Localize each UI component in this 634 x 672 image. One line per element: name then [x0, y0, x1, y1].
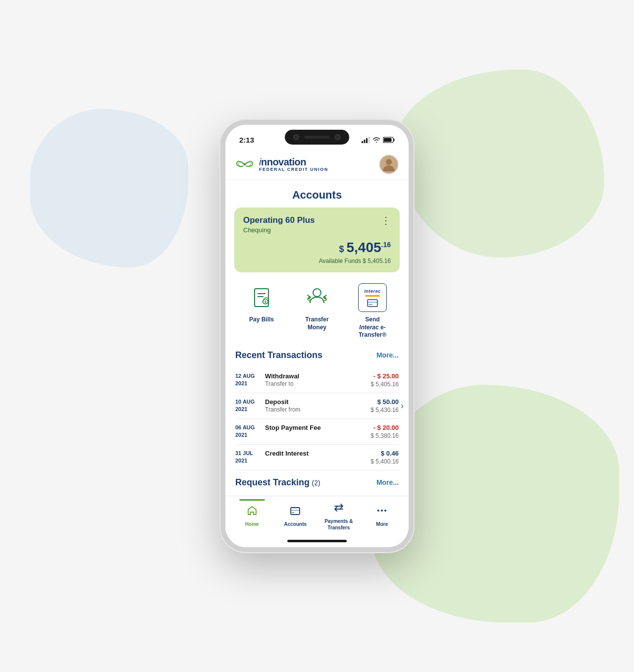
svg-rect-6: [384, 138, 392, 142]
date-line2: 2021: [235, 380, 261, 387]
nav-more[interactable]: More: [361, 503, 404, 529]
transfers-icon: [333, 502, 344, 516]
background-blob-green-top: [396, 69, 604, 258]
transaction-desc: Withdrawal Transfer to: [261, 372, 370, 387]
transactions-more[interactable]: More...: [376, 351, 399, 359]
svg-point-15: [313, 289, 321, 297]
request-tracking-more[interactable]: More...: [376, 478, 399, 486]
home-indicator: [225, 536, 409, 547]
account-card-wrapper: Operating 60 Plus Chequing ⋮ $ 5,405.16 …: [225, 207, 409, 272]
transactions-title: Recent Transactions: [235, 350, 322, 361]
quick-actions: $ Pay Bills $ $: [225, 272, 409, 344]
date-line2: 2021: [235, 431, 261, 439]
date-line1: 10 AUG: [235, 398, 261, 406]
status-time: 2:13: [239, 136, 254, 144]
transaction-date: 06 AUG 2021: [235, 424, 261, 439]
interac-box: Interac: [358, 283, 387, 312]
account-available: Available Funds $ 5,405.16: [243, 258, 391, 264]
svg-point-25: [381, 510, 383, 512]
home-bar: [287, 540, 347, 542]
phone-frame: 2:13: [220, 120, 414, 552]
transaction-amounts: $ 50.00 $ 5,430.16: [370, 398, 399, 414]
transaction-balance: $ 5,430.16: [370, 407, 399, 414]
transaction-balance: $ 5,400.16: [370, 458, 399, 465]
transaction-amount: $ 0.46: [370, 450, 399, 457]
account-name: Operating 60 Plus: [243, 215, 315, 225]
speaker: [304, 136, 330, 139]
nav-payments-transfers[interactable]: Payments & Transfers: [317, 500, 361, 533]
svg-rect-5: [394, 139, 395, 141]
account-type: Chequing: [243, 226, 315, 234]
request-tracking-section: Request Tracking (2) More...: [225, 470, 409, 488]
transaction-balance: $ 5,405.16: [370, 381, 399, 388]
wifi-icon: [372, 137, 380, 143]
account-card-arrow[interactable]: ›: [410, 234, 414, 246]
header-logo: innovation FEDERAL CREDIT UNION: [235, 156, 328, 172]
transfer-money-icon: $ $: [303, 283, 331, 312]
transaction-amounts: - $ 20.00 $ 5,380.16: [370, 424, 399, 439]
svg-rect-19: [368, 302, 377, 303]
svg-rect-2: [366, 138, 368, 143]
transaction-title: Withdrawal: [265, 372, 367, 380]
nav-home[interactable]: Home: [230, 503, 274, 529]
avatar-image: [380, 155, 398, 173]
etransfer-label: SendInterac e-Transfer®: [353, 316, 392, 339]
sensor: [335, 134, 341, 140]
more-icon: [376, 505, 387, 519]
svg-rect-1: [364, 140, 366, 143]
phone-notch: [285, 130, 349, 145]
camera: [293, 134, 299, 140]
app-header: innovation FEDERAL CREDIT UNION: [225, 149, 409, 180]
table-row: 31 JUL 2021 Credit Interest $ 0.46 $ 5,4…: [235, 445, 399, 470]
transaction-date: 10 AUG 2021: [235, 398, 261, 414]
interac-bar: [365, 295, 380, 297]
svg-rect-0: [362, 141, 363, 143]
date-line2: 2021: [235, 406, 261, 413]
account-balance-section: $ 5,405.16 Available Funds $ 5,405.16: [243, 240, 391, 264]
transaction-title: Stop Payment Fee: [265, 424, 367, 431]
phone-device: 2:13: [220, 120, 414, 552]
nav-home-label: Home: [245, 521, 259, 527]
pay-bills-icon: $: [247, 283, 276, 312]
transaction-amount: $ 50.00: [370, 398, 399, 406]
request-tracking-header: Request Tracking (2) More...: [235, 477, 399, 488]
pay-bills-action[interactable]: $ Pay Bills: [242, 283, 281, 324]
status-icons: [362, 137, 395, 143]
nav-more-label: More: [376, 521, 388, 527]
account-info: Operating 60 Plus Chequing: [243, 215, 315, 234]
send-etransfer-action[interactable]: Interac SendInterac e-Transfer®: [353, 283, 392, 339]
transaction-amount: - $ 20.00: [370, 424, 399, 431]
transaction-amount: - $ 25.00: [370, 372, 399, 380]
avatar[interactable]: [379, 155, 399, 174]
transaction-title: Deposit: [265, 398, 367, 406]
transactions-section: Recent Transactions More... 12 AUG 2021 …: [225, 344, 409, 470]
account-card-header: Operating 60 Plus Chequing ⋮: [243, 215, 391, 234]
svg-text:$: $: [264, 300, 266, 304]
table-row[interactable]: 10 AUG 2021 Deposit Transfer from $ 50.0…: [235, 393, 399, 419]
interac-icon: Interac: [358, 283, 387, 312]
balance-main: 5,405: [346, 240, 381, 255]
account-menu-icon[interactable]: ⋮: [381, 215, 391, 225]
request-tracking-count: (2): [312, 479, 320, 487]
account-card[interactable]: Operating 60 Plus Chequing ⋮ $ 5,405.16 …: [234, 207, 400, 272]
app-content: innovation FEDERAL CREDIT UNION Accounts: [225, 149, 409, 547]
signal-icon: [362, 137, 370, 143]
available-amount: $ 5,405.16: [363, 258, 391, 264]
transaction-date: 12 AUG 2021: [235, 372, 261, 388]
transaction-row-arrow[interactable]: ›: [401, 401, 404, 411]
transfer-money-action[interactable]: $ $ Transfer Money: [297, 283, 337, 331]
svg-rect-23: [292, 512, 294, 513]
bottom-navigation: Home Accounts: [225, 496, 409, 536]
nav-accounts[interactable]: Accounts: [274, 503, 317, 529]
svg-rect-20: [369, 304, 372, 305]
date-line1: 31 JUL: [235, 450, 261, 457]
date-line1: 06 AUG: [235, 424, 261, 431]
transaction-desc: Credit Interest: [261, 450, 370, 457]
date-line2: 2021: [235, 457, 261, 465]
logo-text-group: innovation FEDERAL CREDIT UNION: [259, 156, 328, 172]
account-balance: $ 5,405.16: [243, 240, 391, 256]
interac-card-icon: [367, 298, 378, 307]
transfer-money-label: Transfer Money: [297, 316, 337, 331]
transaction-amounts: - $ 25.00 $ 5,405.16: [370, 372, 399, 388]
logo-subtitle: FEDERAL CREDIT UNION: [259, 167, 328, 172]
